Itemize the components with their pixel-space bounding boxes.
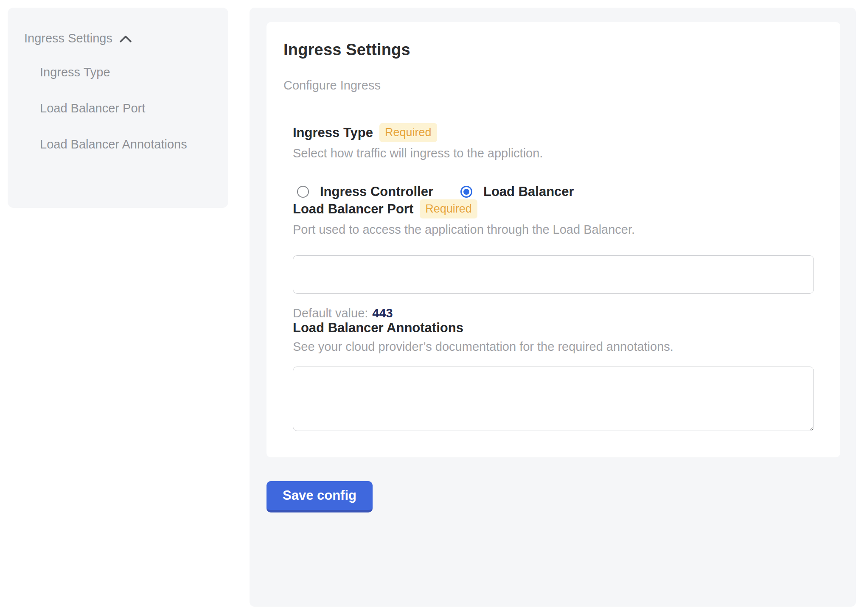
load-balancer-port-input[interactable]: [293, 255, 814, 294]
radio-unselected-icon[interactable]: [297, 186, 309, 198]
sidebar-item-load-balancer-annotations[interactable]: Load Balancer Annotations: [24, 132, 194, 157]
ingress-type-radio-group: Ingress Controller Load Balancer: [293, 184, 814, 199]
ingress-type-description: Select how traffic will ingress to the a…: [293, 146, 814, 160]
section-load-balancer-port: Load Balancer Port Required Port used to…: [293, 199, 814, 320]
settings-sidebar: Ingress Settings Ingress Type Load Balan…: [8, 8, 228, 208]
save-config-button[interactable]: Save config: [266, 481, 373, 512]
default-value-row: Default value:443: [293, 306, 814, 320]
chevron-up-icon[interactable]: [119, 35, 132, 43]
radio-selected-icon[interactable]: [460, 186, 472, 198]
sidebar-group-ingress-settings[interactable]: Ingress Settings: [24, 25, 211, 51]
radio-label-load-balancer[interactable]: Load Balancer: [483, 184, 574, 199]
load-balancer-annotations-label: Load Balancer Annotations: [293, 320, 463, 336]
load-balancer-annotations-description: See your cloud provider’s documentation …: [293, 340, 814, 354]
default-value-label: Default value:: [293, 306, 368, 320]
ingress-type-label: Ingress Type: [293, 125, 373, 140]
radio-option-ingress-controller[interactable]: Ingress Controller: [297, 184, 433, 199]
section-load-balancer-annotations: Load Balancer Annotations See your cloud…: [293, 320, 814, 431]
sidebar-group-label: Ingress Settings: [24, 25, 112, 51]
section-ingress-type: Ingress Type Required Select how traffic…: [293, 123, 814, 199]
required-badge: Required: [379, 123, 437, 142]
sidebar-item-ingress-type[interactable]: Ingress Type: [24, 59, 194, 85]
sidebar-item-load-balancer-port[interactable]: Load Balancer Port: [24, 95, 194, 121]
load-balancer-port-description: Port used to access the application thro…: [293, 223, 814, 237]
page-title: Ingress Settings: [283, 41, 823, 59]
sidebar-nav: Ingress Type Load Balancer Port Load Bal…: [24, 59, 211, 157]
default-value-number: 443: [372, 306, 393, 320]
load-balancer-annotations-textarea[interactable]: [293, 367, 814, 431]
radio-label-ingress-controller[interactable]: Ingress Controller: [320, 184, 433, 199]
ingress-settings-card: Ingress Settings Configure Ingress Ingre…: [266, 22, 840, 457]
radio-option-load-balancer[interactable]: Load Balancer: [460, 184, 574, 199]
main-panel: Ingress Settings Configure Ingress Ingre…: [250, 8, 856, 607]
required-badge: Required: [420, 199, 477, 218]
load-balancer-port-label: Load Balancer Port: [293, 202, 413, 217]
page-subtitle: Configure Ingress: [283, 78, 823, 92]
